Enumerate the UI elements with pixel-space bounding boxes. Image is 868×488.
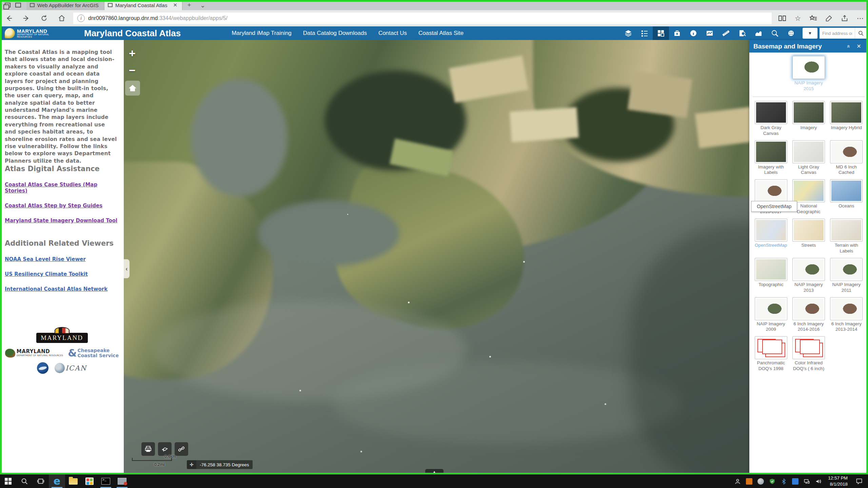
network-icon[interactable] [802,474,812,488]
zoom-in-button[interactable]: + [126,47,138,59]
imagery-viewer-icon[interactable] [702,26,718,40]
basemap-item[interactable]: Dark Gray Canvas [753,101,789,137]
nav-link[interactable]: Coastal Atlas Site [418,30,463,37]
sidebar-link[interactable]: Coastal Atlas Case Studies (Map Stories) [5,182,118,194]
sidebar-link[interactable]: International Coastal Atlas Network [5,286,118,292]
bluetooth-icon[interactable] [778,474,789,488]
attribute-table-tab[interactable]: ▲ [425,469,443,474]
web-note-pen-icon[interactable] [821,10,837,26]
tab-close-icon[interactable]: ✕ [172,2,179,8]
basemap-item[interactable]: NAIP Imagery 2013 [790,258,827,293]
favorite-star-icon[interactable]: ☆ [790,10,806,26]
set-tabs-aside-icon[interactable] [5,3,11,7]
basemap-item[interactable]: NAIP Imagery 2011 [828,258,865,293]
taskbar-clock[interactable]: 12:57 PM 8/1/2018 [825,475,851,487]
more-menu-icon[interactable]: ⋯ [852,10,868,26]
tray-app-blue-icon[interactable] [790,474,800,488]
volume-icon[interactable] [813,474,823,488]
nav-link[interactable]: Contact Us [378,30,407,37]
start-button[interactable] [0,474,16,488]
find-address-input[interactable] [820,28,855,39]
layers-icon[interactable] [620,26,636,40]
store-icon[interactable] [81,474,98,488]
defender-icon[interactable] [767,474,777,488]
edge-taskbar-icon[interactable]: e [49,474,65,488]
favorites-hub-icon[interactable] [806,10,821,26]
map-boats [347,214,348,215]
tab-web-appbuilder[interactable]: Web AppBuilder for ArcGIS [26,0,104,10]
legend-icon[interactable] [636,26,653,40]
print-button[interactable] [141,442,155,456]
sidebar-link[interactable]: US Resiliency Climate Toolkit [5,271,118,277]
url-field[interactable]: i dnr0097860.langroup.dnr.md:3344/webapp… [73,13,772,24]
basemap-thumbnail [792,297,825,320]
basemap-thumbnail [830,140,863,163]
add-data-icon[interactable] [669,26,685,40]
sidebar-link[interactable]: Coastal Atlas Step by Step Guides [5,203,118,209]
nav-link[interactable]: Data Catalog Downloads [303,30,367,37]
site-info-icon[interactable]: i [77,15,85,22]
basemap-thumbnail [755,219,787,242]
sidebar-link[interactable]: Maryland State Imagery Download Tool [5,218,118,224]
sidebar-link[interactable]: NOAA Sea Level Rise Viewer [5,256,118,262]
basemap-item[interactable]: NAIP Imagery 2009 [753,297,789,333]
reading-view-icon[interactable] [774,10,790,26]
basemap-item[interactable]: Light Gray Canvas [790,140,827,176]
search-attributes-icon[interactable] [767,26,783,40]
basemap-item[interactable]: Imagery Hybrid [828,101,865,137]
query-icon[interactable] [734,26,750,40]
basemap-item[interactable]: Panchromatic DOQ's 1998 [753,336,789,372]
basemap-item[interactable]: Streets [790,219,827,254]
basemap-thumbnail [755,179,787,202]
url-host: dnr0097860.langroup.dnr.md [88,15,158,21]
scale-km-label: 0.4km [164,454,176,459]
back-icon[interactable] [0,10,18,26]
basemap-item[interactable]: MD 6 Inch Cached [828,140,865,176]
forward-icon[interactable] [18,10,35,26]
basemap-item[interactable]: Color Infrared DOQ's ( 6 inch) [790,336,827,372]
action-center-icon[interactable] [852,478,866,485]
people-icon[interactable] [732,474,743,488]
basemap-item[interactable]: 6 Inch Imagery 2014-2016 [790,297,827,333]
sidebar-collapse-arrow[interactable]: ‹ [124,259,130,278]
home-icon[interactable] [53,10,71,26]
measurement-icon[interactable] [718,26,734,40]
default-extent-button[interactable] [125,81,140,96]
refresh-icon[interactable] [35,10,53,26]
draw-icon[interactable] [783,26,799,40]
basemap-item[interactable]: 6 Inch Imagery 2013-2014 [828,297,865,333]
task-view-icon[interactable] [33,474,49,488]
basemap-item[interactable]: Imagery [790,101,827,137]
chart-icon[interactable] [750,26,767,40]
selected-basemap[interactable]: NAIP Imagery 2015 [749,56,868,92]
search-source-dropdown[interactable]: ▼ [803,28,817,39]
zoom-out-button[interactable]: − [126,64,138,76]
command-prompt-icon[interactable]: >_ [98,474,114,488]
crosshair-icon[interactable]: ✛ [187,460,196,469]
panel-collapse-icon[interactable]: « [846,41,852,52]
basemap-item[interactable]: Imagery with Labels [753,140,789,176]
tray-app-orange-icon[interactable] [744,474,754,488]
onedrive-icon[interactable] [755,474,766,488]
nav-link[interactable]: Maryland iMap Training [232,30,292,37]
info-icon[interactable] [685,26,702,40]
bookmark-button[interactable] [158,442,172,456]
basemap-item[interactable]: Oceans [828,179,865,215]
tab-list-chevron-icon[interactable]: ⌄ [196,0,210,10]
share-link-button[interactable] [175,442,188,456]
tab-preview-icon[interactable] [15,3,21,7]
file-explorer-icon[interactable] [65,474,81,488]
tab-maryland-coastal-atlas[interactable]: Maryland Coastal Atlas ✕ [104,0,182,10]
new-tab-button[interactable]: + [182,0,196,10]
basemap-item[interactable]: Terrain with Labels [828,219,865,254]
basemap-gallery-icon[interactable] [653,26,669,40]
partner-logos: MARYLAND MARYLAND DEPARTMENT OF NATURAL … [0,327,124,374]
basemap-item[interactable]: Topographic [753,258,789,293]
panel-close-icon[interactable]: ✕ [854,43,864,49]
share-icon[interactable] [837,10,852,26]
search-button[interactable] [855,28,866,39]
basemap-item[interactable]: OpenStreetMap [753,219,789,254]
taskbar-search-icon[interactable] [16,474,33,488]
dnr-logo[interactable]: MARYLAND DEPARTMENT OF NATURAL RESOURCES [0,28,64,38]
remote-app-icon[interactable] [114,474,130,488]
